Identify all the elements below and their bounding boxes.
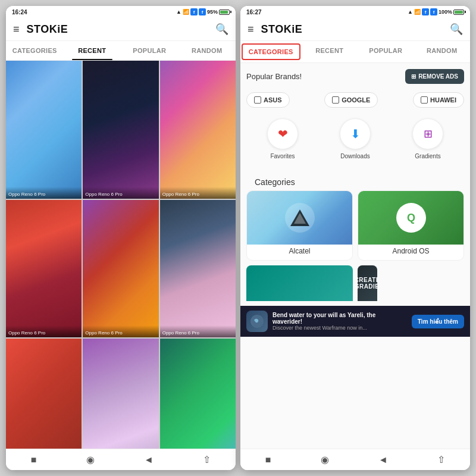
categories-section: Categories Alcatel: [240, 165, 470, 306]
content-1: Oppo Reno 6 Pro Oppo Reno 6 Pro Oppo Ren…: [6, 61, 236, 449]
wallpaper-label-6: Oppo Reno 6 Pro: [160, 325, 236, 337]
nav-up-1[interactable]: ⇧: [203, 454, 211, 465]
quick-cat-gradients[interactable]: ⊞ Gradients: [412, 118, 443, 159]
fb2-icon-1: f: [199, 8, 206, 15]
fb-icon-1: f: [190, 8, 198, 15]
quick-cat-downloads[interactable]: ⬇ Downloads: [340, 118, 371, 159]
tab-categories-2[interactable]: CATEGORIES: [242, 43, 300, 60]
wallpaper-label-5: Oppo Reno 6 Pro: [83, 325, 158, 337]
alcatel-svg: [289, 207, 311, 228]
battery-fill-2: [455, 11, 463, 14]
signal-icon-1: ▲: [176, 9, 181, 15]
wallpaper-cell-1[interactable]: Oppo Reno 6 Pro: [6, 61, 82, 199]
wallpaper-cell-6[interactable]: Oppo Reno 6 Pro: [160, 200, 236, 338]
wallpaper-label-1: Oppo Reno 6 Pro: [6, 187, 82, 199]
wallpaper-label-2: Oppo Reno 6 Pro: [83, 187, 158, 199]
fb-icon-2: f: [422, 8, 429, 15]
wallpaper-cell-9[interactable]: Oppo Reno 6 Pro: [160, 339, 236, 449]
ad-cta-button[interactable]: Tìm hiểu thêm: [412, 315, 464, 328]
alcatel-label: Alcatel: [289, 247, 310, 255]
ad-banner: Bend water to your will as Yareli, the w…: [240, 306, 470, 337]
tab-random-1[interactable]: RANDOM: [178, 41, 236, 60]
brand-google-icon: [332, 96, 339, 104]
brands-row: ASUS GOOGLE HUAWEI: [240, 87, 470, 112]
nav-back-2[interactable]: ◄: [378, 455, 388, 465]
wallpaper-grid: Oppo Reno 6 Pro Oppo Reno 6 Pro Oppo Ren…: [6, 61, 236, 449]
time-1: 16:24: [12, 9, 27, 15]
bottom-nav-1: ■ ◉ ◄ ⇧: [6, 449, 236, 470]
wallpaper-label-3: Oppo Reno 6 Pro: [160, 187, 236, 199]
menu-button-1[interactable]: ≡: [13, 23, 20, 36]
nav-circle-1[interactable]: ◉: [86, 454, 95, 465]
search-button-1[interactable]: 🔍: [215, 23, 228, 36]
partial-categories-row: ⊞ CREATE GRADIENT: [246, 265, 464, 301]
battery-fill-1: [220, 11, 228, 14]
tab-categories-1[interactable]: CATEGORIES: [6, 41, 64, 60]
ad-game-icon: [250, 314, 264, 328]
alcatel-bg: [247, 191, 352, 245]
remove-ads-label: REMOVE ADS: [418, 73, 458, 80]
status-left-2: 16:27: [246, 9, 262, 15]
tab-popular-1[interactable]: POPULAR: [121, 41, 178, 60]
create-gradient-cell-2[interactable]: ⊞ CREATE GRADIENT: [358, 265, 377, 301]
category-card-alcatel[interactable]: Alcatel: [246, 190, 353, 261]
time-2: 16:27: [246, 9, 262, 15]
android-label: Android OS: [392, 247, 429, 255]
brand-huawei[interactable]: HUAWEI: [413, 92, 464, 108]
bottom-nav-2: ■ ◉ ◄ ⇧: [240, 449, 470, 470]
battery-label-2: 100%: [439, 9, 452, 15]
ad-title: Bend water to your will as Yareli, the w…: [273, 312, 407, 325]
app-header-2: ≡ STOKiE 🔍: [240, 18, 470, 41]
status-right-1: ▲ 📶 f f 95%: [176, 8, 230, 15]
phones-container: 16:24 ▲ 📶 f f 95% ≡ STOKiE 🔍 CATEGORIES …: [0, 0, 476, 476]
nav-up-2[interactable]: ⇧: [437, 454, 445, 465]
nav-square-2[interactable]: ■: [265, 455, 271, 465]
menu-button-2[interactable]: ≡: [248, 23, 254, 36]
remove-ads-button[interactable]: ⊞ REMOVE ADS: [405, 69, 464, 84]
android-bg: Q: [358, 191, 464, 245]
ad-text-container: Bend water to your will as Yareli, the w…: [273, 312, 407, 331]
phone-1: 16:24 ▲ 📶 f f 95% ≡ STOKiE 🔍 CATEGORIES …: [6, 6, 236, 470]
tab-random-2[interactable]: RANDOM: [414, 41, 471, 62]
wallpaper-cell-8[interactable]: Oppo Reno 6 Pro: [83, 339, 158, 449]
status-right-2: ▲ 📶 f f 100%: [408, 8, 464, 15]
brand-huawei-icon: [421, 96, 428, 104]
wallpaper-cell-7[interactable]: Oppo Reno 6 Pro: [6, 339, 82, 449]
wifi-icon-1: 📶: [183, 9, 189, 15]
wifi-icon-2: 📶: [414, 9, 421, 15]
create-gradient-overlay-2: ⊞ CREATE GRADIENT: [358, 265, 377, 301]
tab-recent-2[interactable]: RECENT: [302, 41, 358, 62]
tab-recent-1[interactable]: RECENT: [64, 41, 121, 60]
battery-1: [219, 10, 230, 15]
alcatel-logo: [285, 203, 315, 233]
downloads-label: Downloads: [340, 153, 369, 159]
wallpaper-cell-3[interactable]: Oppo Reno 6 Pro: [160, 61, 236, 199]
status-left-1: 16:24: [12, 9, 27, 15]
gradients-icon-container: ⊞: [412, 118, 443, 149]
brand-google-label: GOOGLE: [342, 96, 370, 104]
app-header-1: ≡ STOKiE 🔍: [6, 18, 236, 41]
download-icon: ⬇: [350, 127, 361, 141]
categories-grid: Alcatel Q Android OS: [246, 190, 464, 261]
app-title-1: STOKiE: [27, 23, 215, 36]
remove-ads-icon: ⊞: [411, 73, 416, 80]
nav-circle-2[interactable]: ◉: [321, 454, 329, 465]
nav-back-1[interactable]: ◄: [144, 455, 154, 465]
create-gradient-text-2: ⊞ CREATE GRADIENT: [358, 277, 377, 290]
tab-popular-2[interactable]: POPULAR: [358, 41, 414, 62]
nav-square-1[interactable]: ■: [31, 455, 37, 465]
wallpaper-cell-5[interactable]: Oppo Reno 6 Pro: [83, 200, 158, 338]
search-button-2[interactable]: 🔍: [450, 23, 463, 36]
downloads-icon-container: ⬇: [340, 118, 371, 149]
wallpaper-cell-2[interactable]: Oppo Reno 6 Pro: [83, 61, 158, 199]
category-card-android[interactable]: Q Android OS: [358, 190, 464, 261]
gradients-label: Gradients: [415, 153, 440, 159]
wallpaper-cell-4[interactable]: Oppo Reno 6 Pro: [6, 200, 82, 338]
brand-huawei-label: HUAWEI: [430, 96, 456, 104]
phone-2: 16:27 ▲ 📶 f f 100% ≡ STOKiE 🔍 CATEGORIES…: [240, 6, 470, 470]
brand-asus[interactable]: ASUS: [246, 92, 290, 108]
wallpaper-label-4: Oppo Reno 6 Pro: [6, 325, 82, 337]
brand-google[interactable]: GOOGLE: [324, 92, 378, 108]
quick-cat-favorites[interactable]: ❤ Favorites: [267, 118, 298, 159]
partial-cat-1: [246, 265, 353, 301]
